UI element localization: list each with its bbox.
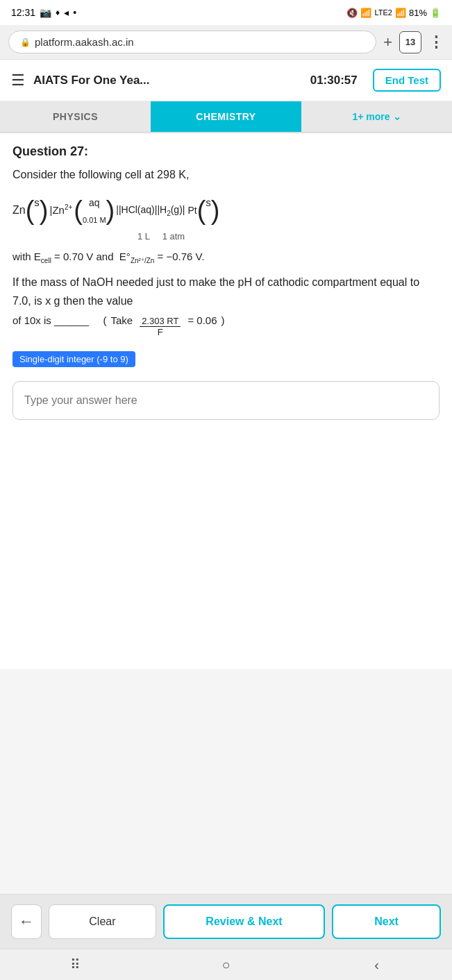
app-title: AIATS For One Yea... (33, 74, 302, 87)
nav-bar: ⠿ ○ ‹ (0, 949, 452, 980)
take-label: Take (110, 314, 133, 326)
status-bar: 12:31 📷 ♦ ◂ • 🔇 📶 LTE2 📶 81% 🔋 (0, 0, 452, 25)
bottom-bar: ← Clear Review & Next Next (0, 894, 452, 949)
browser-bar: 🔒 platform.aakash.ac.in + 13 ⋮ (0, 25, 452, 60)
bracket-close-3: ) (211, 197, 220, 223)
url-text: platform.aakash.ac.in (35, 36, 134, 48)
cell-zn: Zn (12, 199, 26, 221)
question-intro: Consider the following cell at 298 K, (12, 166, 440, 184)
back-button[interactable]: ← (11, 904, 42, 939)
answer-type-badge: Single-digit integer (-9 to 9) (12, 351, 135, 367)
fraction-value: = 0.06 (187, 314, 217, 326)
cell-content-1: s . (34, 192, 40, 228)
next-button[interactable]: Next (332, 904, 441, 939)
location-icon: ◂ (64, 7, 69, 18)
nav-recents-icon[interactable]: ‹ (363, 957, 391, 973)
fraction-numerator: 2.303 RT (140, 316, 181, 327)
question-number: Question 27: (12, 144, 440, 159)
end-test-button[interactable]: End Test (373, 69, 441, 92)
nav-home-icon[interactable]: ○ (212, 957, 240, 973)
bracket-open-2: ( (74, 197, 83, 223)
ecell-line: with Ecell = 0.70 V and E°Zn²⁺/Zn = −0.7… (12, 247, 440, 267)
hamburger-menu-icon[interactable]: ☰ (11, 71, 25, 90)
mute-icon: 🔇 (346, 8, 358, 18)
clear-button[interactable]: Clear (49, 904, 156, 939)
question-body: If the mass of NaOH needed just to make … (12, 273, 440, 310)
cell-conditions: 1 L 1 atm (12, 231, 440, 242)
status-bar-right: 🔇 📶 LTE2 📶 81% 🔋 (346, 8, 441, 18)
bracket-open-3: ( (197, 197, 206, 223)
tab-bar: PHYSICS CHEMISTRY 1+ more ⌄ (0, 101, 452, 133)
cell-content-2: aq 0.01 M (83, 193, 106, 228)
tabs-count-button[interactable]: 13 (399, 31, 421, 53)
wifi-icon: 📶 (360, 8, 371, 18)
answer-input[interactable] (24, 394, 428, 407)
status-bar-left: 12:31 📷 ♦ ◂ • (11, 7, 76, 18)
add-tab-button[interactable]: + (383, 33, 392, 51)
chevron-down-icon: ⌄ (393, 111, 401, 122)
cell-equation: Zn ( s . ) |Zn2+ ( aq 0.01 M ) ||HCl(aq)… (12, 192, 440, 228)
tab-physics[interactable]: PHYSICS (0, 101, 151, 132)
bracket-close-2: ) (106, 197, 115, 223)
app-header: ☰ AIATS For One Yea... 01:30:57 End Test (0, 60, 452, 101)
review-next-button[interactable]: Review & Next (163, 904, 325, 939)
sound-icon: ♦ (56, 8, 60, 17)
network-icon: 📶 (395, 8, 406, 18)
bracket-open-1: ( (26, 197, 35, 223)
camera-icon: 📷 (40, 7, 51, 18)
browser-menu-button[interactable]: ⋮ (428, 33, 444, 51)
question-area: Question 27: Consider the following cell… (0, 133, 452, 669)
timer: 01:30:57 (310, 74, 358, 87)
time: 12:31 (11, 7, 35, 18)
url-bar[interactable]: 🔒 platform.aakash.ac.in (8, 31, 376, 53)
nav-back-icon[interactable]: ⠿ (62, 956, 90, 973)
cell-content-3: s . (206, 192, 211, 228)
battery-icon: 🔋 (430, 8, 441, 18)
bracket-close-1: ) (40, 197, 49, 223)
take-hint-line: of 10x is ______ ( Take 2.303 RT F = 0.0… (12, 314, 440, 337)
dot-indicator: • (73, 7, 76, 18)
signal-label: LTE2 (374, 8, 392, 17)
of-10x-text: of 10x is ______ (12, 314, 89, 326)
battery-label: 81% (409, 8, 427, 18)
lock-icon: 🔒 (20, 37, 31, 47)
tab-chemistry[interactable]: CHEMISTRY (151, 101, 301, 132)
answer-input-wrapper[interactable] (12, 381, 440, 420)
fraction-denominator: F (156, 327, 165, 337)
tab-more[interactable]: 1+ more ⌄ (301, 101, 452, 132)
